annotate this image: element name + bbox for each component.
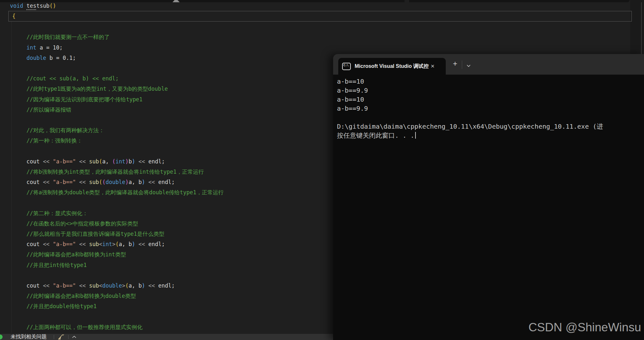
console-tab[interactable]: C:\ Microsoft Visual Studio 调试控 ✕	[338, 58, 446, 75]
console-tab-title: Microsoft Visual Studio 调试控	[355, 63, 429, 70]
console-line: a-b==9.9	[337, 86, 644, 95]
code-line: {	[8, 11, 632, 22]
new-tab-button[interactable]: +	[450, 59, 461, 69]
console-line: D:\gitdaima\daima\cppkecheng_10.11\x64\D…	[337, 122, 644, 131]
status-green-dot-icon	[0, 335, 3, 339]
text-cursor	[415, 132, 416, 139]
tab-close-icon[interactable]: ✕	[431, 63, 435, 69]
broom-cleanup-icon[interactable]	[57, 334, 64, 340]
console-line: a-b==10	[337, 77, 644, 86]
code-line: //此时我们就要测一点不一样的了	[8, 32, 632, 42]
status-divider	[68, 335, 69, 339]
status-divider	[54, 335, 54, 339]
status-message[interactable]: 未找到相关问题	[11, 334, 47, 340]
debug-console-window: C:\ Microsoft Visual Studio 调试控 ✕ + a-b=…	[333, 54, 644, 340]
code-line: int a = 10;	[8, 42, 632, 53]
console-line: a-b==10	[337, 95, 644, 104]
tab-dropdown-chevron-icon[interactable]	[466, 62, 471, 69]
console-line: a-b==9.9	[337, 104, 644, 113]
status-bar: 未找到相关问题	[0, 334, 333, 340]
console-output[interactable]: a-b==10a-b==9.9a-b==10a-b==9.9D:\gitdaim…	[333, 75, 644, 140]
console-line	[337, 113, 644, 122]
code-line	[8, 22, 632, 32]
cmd-prompt-icon: C:\	[342, 63, 351, 70]
csdn-watermark: CSDN @ShineWinsu	[528, 321, 641, 334]
console-titlebar: C:\ Microsoft Visual Studio 调试控 ✕ +	[333, 54, 644, 75]
code-line: void testsub()	[8, 1, 632, 11]
chevron-up-icon[interactable]	[72, 335, 77, 338]
console-line: 按任意键关闭此窗口. . .	[337, 131, 644, 140]
titlebar-divider	[462, 60, 462, 69]
